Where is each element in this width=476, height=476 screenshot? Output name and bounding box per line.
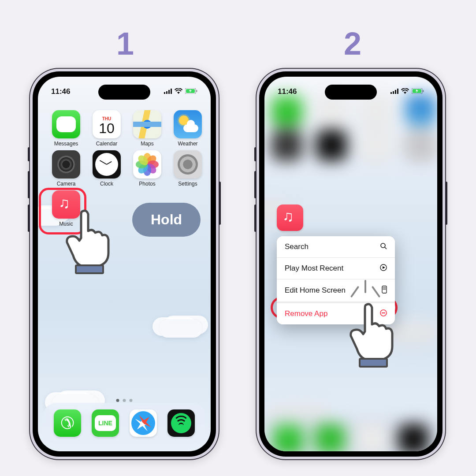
line-icon: LINE [95, 415, 116, 431]
svg-rect-10 [395, 90, 396, 94]
status-bar: 11:46 [38, 87, 211, 96]
camera-icon [52, 150, 80, 178]
weather-icon [174, 110, 202, 138]
step-number-1: 1 [116, 26, 134, 62]
hold-annotation: Hold [132, 203, 201, 237]
status-bar: 11:46 [264, 87, 437, 96]
app-label: Weather [178, 141, 197, 147]
dock-spotify[interactable] [167, 409, 195, 437]
app-camera[interactable]: Camera [46, 150, 86, 187]
svg-line-16 [385, 247, 387, 249]
settings-icon [174, 150, 202, 178]
status-time: 11:46 [51, 87, 70, 96]
wifi-icon [401, 87, 409, 96]
svg-point-24 [385, 289, 386, 290]
svg-rect-14 [423, 90, 424, 92]
search-icon [380, 242, 387, 251]
homescreen-icon [382, 286, 387, 295]
svg-rect-27 [360, 359, 387, 367]
context-app-music[interactable] [277, 205, 303, 231]
svg-rect-0 [164, 92, 165, 94]
tap-pointer-icon [345, 300, 406, 375]
battery-icon [185, 87, 197, 96]
context-menu-play-recent[interactable]: Play Most Recent [277, 258, 395, 279]
dock-phone[interactable]: ✆ [54, 409, 81, 437]
status-time: 11:46 [278, 87, 297, 96]
app-settings[interactable]: Settings [167, 150, 208, 187]
context-menu-search[interactable]: Search [277, 236, 395, 258]
app-photos[interactable]: Photos [127, 150, 167, 187]
app-label: Photos [139, 181, 155, 187]
svg-rect-1 [166, 91, 167, 94]
dock: ✆ LINE [43, 403, 205, 443]
svg-point-15 [381, 243, 385, 248]
step-number-2: 2 [344, 26, 361, 62]
dock-line[interactable]: LINE [92, 409, 119, 437]
app-label: Clock [100, 181, 113, 187]
page-indicator[interactable] [116, 399, 133, 402]
svg-point-22 [383, 289, 384, 290]
calendar-icon: THU 10 [93, 110, 121, 138]
svg-rect-6 [196, 90, 197, 92]
app-messages[interactable]: Messages [46, 110, 86, 147]
app-label: Maps [141, 141, 153, 147]
app-calendar[interactable]: THU 10 Calendar [86, 110, 127, 147]
context-menu-label: Play Most Recent [285, 264, 343, 273]
app-weather[interactable]: Weather [167, 110, 208, 147]
svg-rect-9 [393, 91, 394, 94]
svg-rect-2 [168, 90, 170, 94]
battery-icon [412, 87, 424, 96]
maps-icon [133, 110, 161, 138]
app-label: Camera [57, 181, 76, 187]
svg-rect-8 [390, 92, 392, 94]
svg-point-19 [383, 287, 384, 288]
wifi-icon [175, 87, 182, 96]
context-menu-label: Edit Home Screen [285, 286, 346, 295]
wallpaper-cloud [159, 319, 203, 338]
app-label: Messages [54, 141, 78, 147]
messages-icon [52, 110, 80, 138]
svg-point-21 [385, 287, 386, 288]
phone-step-1-frame: 11:46 Messages THU 10 [29, 68, 219, 460]
app-label: Calendar [96, 141, 118, 147]
cellular-icon [390, 87, 398, 96]
svg-point-23 [384, 289, 385, 290]
phone-2-screen: 11:46 Search Play Most Recent [264, 77, 437, 451]
svg-rect-7 [76, 265, 103, 273]
phone-step-2-frame: 11:46 Search Play Most Recent [256, 68, 446, 460]
svg-rect-3 [171, 89, 172, 94]
svg-rect-11 [397, 89, 398, 94]
context-menu-label: Remove App [285, 309, 327, 318]
app-maps[interactable]: Maps [127, 110, 167, 147]
play-icon [380, 264, 387, 273]
dock-safari[interactable] [130, 409, 157, 437]
tap-pointer-icon [61, 206, 123, 277]
context-menu-label: Search [285, 242, 309, 251]
photos-icon [133, 150, 161, 178]
app-clock[interactable]: Clock [86, 150, 127, 187]
cellular-icon [164, 87, 172, 96]
svg-point-20 [384, 287, 385, 288]
app-label: Settings [178, 181, 197, 187]
calendar-day: 10 [99, 121, 115, 135]
clock-icon [93, 150, 121, 178]
